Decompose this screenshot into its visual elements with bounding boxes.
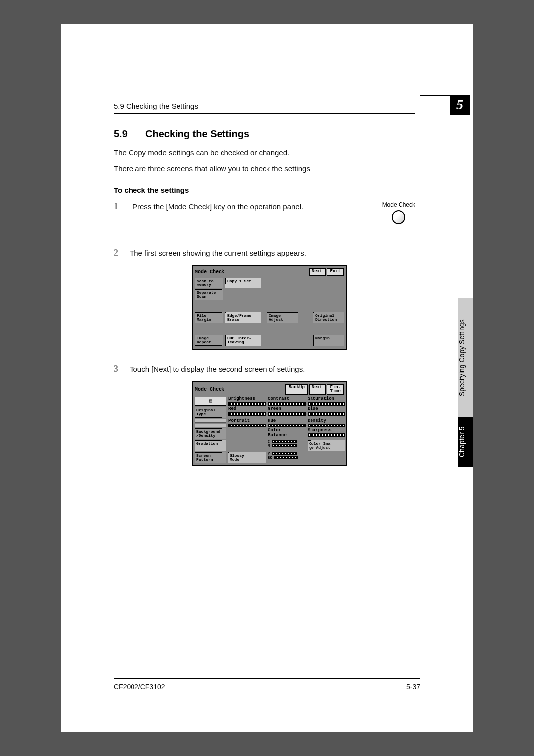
portrait-label: Portrait	[228, 419, 266, 424]
separate-scan-button[interactable]: Separate Scan	[195, 289, 223, 300]
fin-time-button[interactable]: Fin. Time	[327, 384, 344, 395]
green-slider[interactable]	[268, 412, 306, 416]
file-margin-button[interactable]: File Margin	[195, 312, 223, 323]
step-1: 1 Press the [Mode Check] key on the oper…	[114, 201, 420, 224]
cb-m-row: M	[268, 444, 306, 448]
cb-c-slider[interactable]	[272, 440, 297, 443]
saturation-slider[interactable]	[308, 402, 345, 406]
brightness-label: Brightness	[228, 397, 266, 402]
contrast-slider[interactable]	[268, 402, 306, 406]
density-slider[interactable]	[308, 424, 345, 427]
scan-to-memory-button[interactable]: Scan to Memory	[195, 278, 223, 288]
backup-button[interactable]: BackUp	[285, 384, 308, 395]
original-type-icon: ▤	[195, 397, 226, 406]
portrait-slider[interactable]	[228, 424, 266, 427]
mode-check-screen-1: Mode Check Next Exit Scan to Memory Copy…	[192, 265, 347, 350]
exit-button[interactable]: Exit	[327, 268, 344, 276]
screen-title: Mode Check	[195, 387, 224, 392]
color-balance-label: Color Balance	[268, 428, 306, 438]
saturation-label: Saturation	[308, 397, 345, 402]
step-3: 3 Touch [Next] to display the second scr…	[114, 364, 420, 375]
step-text: The first screen showing the current set…	[130, 248, 420, 259]
original-direction-button[interactable]: Original Direction	[313, 312, 344, 323]
step-text: Press the [Mode Check] key on the operat…	[133, 201, 372, 212]
hue-label: Hue	[268, 419, 306, 424]
cb-bk-slider[interactable]	[274, 456, 298, 459]
image-adjust-button[interactable]: Image Adjust	[267, 312, 298, 323]
procedure-subhead: To check the settings	[114, 186, 420, 194]
section-number: 5.9	[114, 128, 145, 140]
image-repeat-button[interactable]: Image Repeat	[195, 335, 223, 346]
footer-page-number: 5-37	[406, 683, 420, 691]
mode-check-screen-2: Mode Check BackUp Next Fin. Time ▤ Brigh…	[192, 381, 347, 466]
sharpness-slider[interactable]	[308, 433, 345, 437]
edge-frame-erase-button[interactable]: Edge/Frame Erase	[225, 312, 261, 323]
blue-label: Blue	[308, 407, 345, 412]
sharpness-label: Sharpness	[308, 428, 345, 433]
step-number: 1	[114, 201, 123, 212]
next-button[interactable]: Next	[309, 384, 326, 395]
page-footer: CF2002/CF3102 5-37	[114, 678, 420, 691]
cb-y-slider[interactable]	[272, 452, 297, 455]
green-label: Green	[268, 407, 306, 412]
running-head: 5.9 Checking the Settings	[114, 102, 420, 110]
screen-pattern-button[interactable]: Screen Pattern	[195, 452, 226, 463]
copy-1-set-button[interactable]: Copy 1 Set	[225, 278, 261, 288]
intro-paragraph-2: There are three screens that allow you t…	[114, 163, 420, 174]
intro-paragraph-1: The Copy mode settings can be checked or…	[114, 147, 420, 158]
hue-slider[interactable]	[268, 424, 306, 427]
brightness-slider[interactable]	[228, 402, 266, 406]
section-heading: 5.9Checking the Settings	[114, 128, 420, 140]
mode-check-button-icon	[392, 210, 405, 224]
cb-c-row: C	[268, 440, 306, 444]
red-slider[interactable]	[228, 412, 266, 416]
background-density-button[interactable]: Background /Density	[195, 428, 226, 439]
density-indicator-icon	[195, 419, 226, 427]
margin-button[interactable]: Margin	[313, 335, 344, 346]
cb-m-slider[interactable]	[272, 444, 297, 447]
mode-check-key-illustration: Mode Check	[382, 201, 415, 224]
step-number: 2	[114, 248, 123, 259]
red-label: Red	[228, 407, 266, 412]
side-tab-section-title: Specifying Copy Settings	[458, 298, 473, 417]
cb-bk-row: BK	[268, 456, 306, 460]
contrast-label: Contrast	[268, 397, 306, 402]
step-2: 2 The first screen showing the current s…	[114, 248, 420, 259]
side-tab-chapter: Chapter 5	[458, 417, 473, 467]
side-tab: Specifying Copy Settings Chapter 5	[458, 298, 473, 467]
running-head-rule	[114, 113, 415, 114]
page: 5 5.9 Checking the Settings 5.9Checking …	[61, 24, 473, 732]
next-button[interactable]: Next	[309, 268, 326, 276]
ohp-interleaving-button[interactable]: OHP Inter- leaving	[225, 335, 261, 346]
step-number: 3	[114, 364, 123, 375]
footer-model: CF2002/CF3102	[114, 683, 165, 691]
glossy-mode-button[interactable]: Glossy Mode	[228, 452, 266, 463]
section-title: Checking the Settings	[145, 128, 249, 139]
original-type-button[interactable]: Original Type	[195, 407, 226, 418]
chapter-number-box: 5	[450, 95, 470, 115]
screen-title: Mode Check	[195, 269, 224, 275]
mode-check-label: Mode Check	[382, 201, 415, 208]
content-area: 5 5.9 Checking the Settings 5.9Checking …	[114, 102, 420, 480]
density-label: Density	[308, 419, 345, 424]
blue-slider[interactable]	[308, 412, 345, 416]
color-image-adjust-button[interactable]: Color Ima- ge Adjust	[308, 440, 345, 451]
step-text: Touch [Next] to display the second scree…	[130, 364, 420, 375]
gradation-button[interactable]: Gradation	[195, 440, 226, 451]
